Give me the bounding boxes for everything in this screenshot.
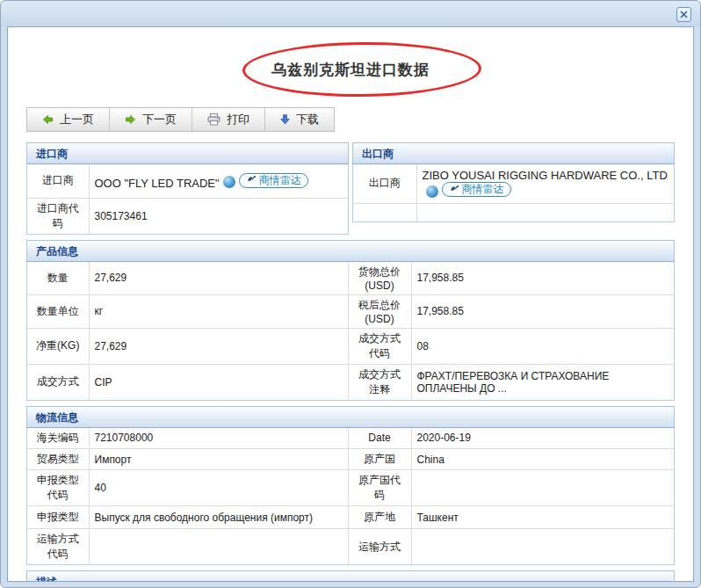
field-label: 运输方式代码 (27, 529, 89, 565)
logistics-header: 物流信息 (26, 406, 675, 428)
field-label: 原产国代码 (348, 470, 411, 506)
radar-dish-icon (246, 175, 257, 185)
field-value (411, 529, 674, 565)
close-button[interactable] (676, 7, 691, 22)
field-value: 7210708000 (89, 428, 348, 449)
product-header: 产品信息 (26, 240, 675, 262)
globe-icon[interactable] (426, 185, 438, 198)
importer-name-cell: OOO "FLY LED TRADE"商情雷达 (89, 164, 348, 198)
next-page-label: 下一页 (142, 112, 177, 127)
importer-header: 进口商 (26, 142, 349, 164)
field-label: 净重(KG) (27, 328, 89, 364)
field-label: 成交方式代码 (348, 328, 411, 364)
field-value: ФРАХТ/ПЕРЕВОЗКА И СТРАХОВАНИЕ ОПЛАЧЕНЫ Д… (411, 364, 674, 400)
table-row: 申报类型代码 40 原产国代码 (27, 470, 674, 506)
field-value: Ташкент (411, 506, 674, 529)
field-value (89, 529, 348, 565)
table-row (353, 203, 674, 221)
field-label: 货物总价 (USD) (348, 262, 411, 295)
field-label: 数量单位 (27, 294, 89, 328)
field-value: Импорт (89, 449, 348, 470)
field-value: CIP (89, 364, 348, 400)
dialog-content: 乌兹别克斯坦进口数据 上一页 下一页 (7, 26, 694, 582)
table-row: 成交方式 CIP 成交方式注释 ФРАХТ/ПЕРЕВОЗКА И СТРАХО… (27, 364, 674, 400)
table-row: 出口商 ZIBO YOUSAI RIGGING HARDWARE CO., LT… (353, 164, 674, 203)
prev-page-label: 上一页 (60, 112, 94, 127)
field-label: 申报类型 (27, 506, 89, 529)
table-row: 运输方式代码 运输方式 (27, 529, 674, 565)
empty-value-cell (416, 203, 674, 221)
importer-code-label: 进口商代码 (27, 198, 89, 234)
next-page-button[interactable]: 下一页 (109, 108, 192, 131)
exporter-header: 出口商 (352, 142, 675, 164)
field-value: 08 (411, 328, 674, 364)
exporter-name: ZIBO YOUSAI RIGGING HARDWARE CO., LTD (423, 169, 668, 182)
arrow-left-icon (42, 114, 54, 125)
radar-badge-link[interactable]: 商情雷达 (239, 173, 308, 188)
table-row: 进口商 OOO "FLY LED TRADE"商情雷达 (27, 164, 348, 198)
importer-name: OOO "FLY LED TRADE" (95, 176, 220, 189)
radar-dish-icon (449, 185, 459, 195)
field-label: 成交方式注释 (348, 364, 411, 400)
table-row: 净重(KG) 27,629 成交方式代码 08 (27, 328, 674, 364)
field-value: 27,629 (89, 262, 348, 295)
import-data-dialog: 乌兹别克斯坦进口数据 上一页 下一页 (0, 0, 701, 588)
dialog-titlebar (1, 1, 700, 27)
table-row: 进口商代码 305173461 (27, 198, 348, 234)
download-button[interactable]: 下载 (264, 108, 334, 131)
page-title: 乌兹别克斯坦进口数据 (271, 62, 430, 78)
field-value: Выпуск для свободного обращения (импорт) (89, 506, 348, 529)
radar-badge-link[interactable]: 商情雷达 (442, 182, 511, 197)
title-area: 乌兹别克斯坦进口数据 (8, 60, 693, 83)
field-label: 原产地 (348, 506, 411, 529)
field-value: 2020-06-19 (411, 428, 674, 449)
exporter-name-cell: ZIBO YOUSAI RIGGING HARDWARE CO., LTD商情雷… (416, 164, 674, 203)
field-label: 运输方式 (348, 529, 411, 565)
field-label: Date (348, 428, 411, 449)
table-row: 贸易类型 Импорт 原产国 China (27, 449, 674, 470)
radar-badge-label: 商情雷达 (462, 182, 504, 197)
trader-section: 进口商 进口商 OOO "FLY LED TRADE"商情雷达 (26, 142, 675, 235)
globe-icon[interactable] (223, 176, 235, 188)
table-row: 数量 27,629 货物总价 (USD) 17,958.85 (27, 262, 674, 295)
field-label: 数量 (27, 262, 89, 295)
field-label: 原产国 (348, 449, 411, 470)
sections: 进口商 进口商 OOO "FLY LED TRADE"商情雷达 (26, 142, 675, 582)
importer-code-value: 305173461 (89, 198, 348, 234)
field-value: кг (89, 294, 348, 328)
field-value: 17,958.85 (411, 294, 674, 328)
print-button[interactable]: 打印 (192, 108, 264, 131)
print-label: 打印 (227, 112, 249, 127)
arrow-right-icon (125, 114, 136, 125)
field-label: 税后总价 (USD) (348, 294, 411, 328)
field-value: 40 (89, 470, 348, 506)
importer-panel: 进口商 进口商 OOO "FLY LED TRADE"商情雷达 (26, 142, 349, 235)
description-section: 描述 产品描述 1. Сталь оцинкованная с полимерн… (26, 570, 675, 582)
importer-name-label: 进口商 (27, 164, 89, 198)
field-label: 申报类型代码 (27, 470, 89, 506)
logistics-section: 物流信息 海关编码 7210708000 Date 2020-06-19 贸易类… (26, 406, 675, 566)
field-value: China (411, 449, 674, 470)
table-row: 申报类型 Выпуск для свободного обращения (им… (27, 506, 674, 529)
toolbar: 上一页 下一页 打印 下载 (26, 107, 335, 132)
radar-badge-label: 商情雷达 (259, 173, 301, 188)
field-value: 27,629 (89, 328, 348, 364)
close-icon (680, 11, 688, 18)
empty-label-cell (353, 203, 416, 221)
field-label: 成交方式 (27, 364, 89, 400)
table-row: 海关编码 7210708000 Date 2020-06-19 (27, 428, 674, 449)
exporter-panel: 出口商 出口商 ZIBO YOUSAI RIGGING HARDWARE CO.… (352, 142, 675, 235)
exporter-name-label: 出口商 (353, 164, 416, 203)
field-label: 贸易类型 (27, 449, 89, 470)
prev-page-button[interactable]: 上一页 (27, 108, 109, 131)
download-arrow-icon (280, 114, 290, 125)
printer-icon (207, 113, 220, 126)
table-row: 数量单位 кг 税后总价 (USD) 17,958.85 (27, 294, 674, 328)
download-label: 下载 (296, 112, 319, 127)
field-label: 海关编码 (27, 428, 89, 449)
field-value (411, 470, 674, 506)
field-value: 17,958.85 (411, 262, 674, 295)
description-header: 描述 (26, 570, 675, 582)
product-section: 产品信息 数量 27,629 货物总价 (USD) 17,958.85 数量单位… (26, 240, 675, 401)
